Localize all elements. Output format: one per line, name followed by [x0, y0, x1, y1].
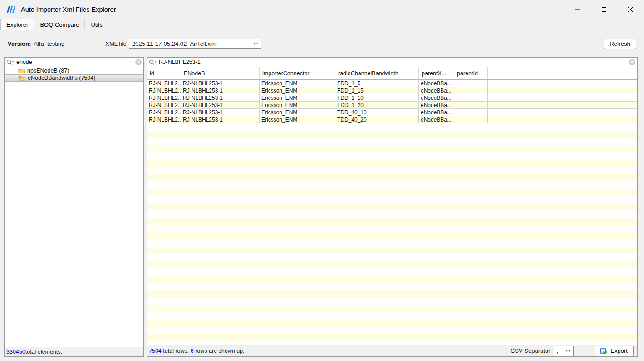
tab-boq-compare[interactable]: BOQ Compare: [34, 19, 85, 30]
app-logo-icon: [6, 5, 17, 14]
app-window: { "window": { "title": "Auto Importer Xm…: [0, 0, 644, 361]
minimize-button[interactable]: [565, 0, 591, 19]
column-header-id[interactable]: id: [147, 67, 181, 79]
table-cell[interactable]: RJ-NLBHL2...: [147, 102, 181, 108]
window-controls: [565, 0, 644, 19]
table-cell[interactable]: Ericsson_ENM: [260, 116, 335, 123]
tree-item-label: eNodeBBandwidths (7504): [28, 75, 95, 81]
column-header-parentx[interactable]: parentX...: [419, 67, 454, 79]
column-header-filler: [488, 67, 637, 79]
refresh-button[interactable]: Refresh: [604, 39, 636, 49]
table-cell[interactable]: [454, 80, 488, 87]
table-header: idENodeBimporterConnectorradioChannelBan…: [147, 67, 637, 80]
table-cell[interactable]: TDD_40_10: [335, 109, 419, 116]
export-button[interactable]: Export: [595, 346, 634, 356]
table-row[interactable]: RJ-NLBHL2...RJ-NLBHL253-1Ericsson_ENMFDD…: [147, 87, 637, 94]
search-icon[interactable]: [6, 59, 14, 65]
column-header-enodeb[interactable]: ENodeB: [181, 67, 260, 79]
table-row[interactable]: RJ-NLBHL2...RJ-NLBHL253-1Ericsson_ENMFDD…: [147, 94, 637, 102]
table-cell[interactable]: RJ-NLBHL253-1: [181, 109, 260, 116]
close-button[interactable]: [617, 0, 644, 19]
table-cell[interactable]: RJ-NLBHL2...: [147, 109, 181, 116]
csv-separator-label: CSV Separator:: [511, 347, 552, 354]
table-cell[interactable]: Ericsson_ENM: [260, 87, 335, 94]
table-cell[interactable]: RJ-NLBHL253-1: [181, 116, 260, 123]
clear-search-icon[interactable]: ✕: [629, 59, 635, 65]
xml-file-label: XML file: [105, 40, 126, 47]
table-cell-filler: [488, 109, 637, 116]
table-cell[interactable]: TDD_40_20: [335, 116, 419, 123]
table-cell[interactable]: RJ-NLBHL253-1: [181, 94, 260, 101]
table-cell[interactable]: Ericsson_ENM: [260, 102, 335, 108]
csv-separator-dropdown[interactable]: ,: [554, 346, 574, 356]
tree-panel: ✕ npsENodeB (87) eNodeBBandwidths (7504)…: [4, 57, 144, 357]
total-elements-count: 330450: [6, 349, 25, 355]
folder-icon: [18, 68, 25, 73]
table-row[interactable]: RJ-NLBHL2...RJ-NLBHL253-1Ericsson_ENMTDD…: [147, 109, 637, 116]
table-empty-area: [147, 123, 637, 345]
title-bar: Auto Importer Xml Files Explorer: [0, 0, 644, 19]
tree-item-enodebbandwidths[interactable]: eNodeBBandwidths (7504): [5, 74, 143, 82]
search-icon[interactable]: [149, 59, 157, 65]
table-cell[interactable]: eNodeBBa...: [419, 94, 454, 101]
table-cell[interactable]: RJ-NLBHL2...: [147, 80, 181, 87]
table-cell-filler: [488, 80, 637, 87]
table-cell-filler: [488, 87, 637, 94]
maximize-button[interactable]: [591, 0, 617, 19]
table-cell[interactable]: FDD_1_5: [335, 80, 419, 87]
table-cell[interactable]: eNodeBBa...: [419, 102, 454, 108]
total-rows-count: 7504: [149, 348, 162, 354]
version-label: Version:: [8, 40, 31, 47]
table-search-row: ✕: [147, 58, 637, 67]
table-cell[interactable]: RJ-NLBHL2...: [147, 116, 181, 123]
table-cell-filler: [488, 116, 637, 123]
table-cell[interactable]: [454, 87, 488, 94]
window-title: Auto Importer Xml Files Explorer: [21, 6, 116, 13]
tab-explorer[interactable]: Explorer: [0, 19, 34, 30]
version-value: Alfa_testing: [34, 40, 64, 47]
tree-status-bar: 330450 total elements.: [5, 347, 143, 356]
table-cell[interactable]: [454, 102, 488, 108]
table-cell[interactable]: eNodeBBa...: [419, 109, 454, 116]
table-row[interactable]: RJ-NLBHL2...RJ-NLBHL253-1Ericsson_ENMFDD…: [147, 102, 637, 109]
clear-search-icon[interactable]: ✕: [135, 59, 142, 65]
shown-rows-count: 6: [191, 348, 194, 354]
tree-search-input[interactable]: [16, 59, 135, 65]
table-row[interactable]: RJ-NLBHL2...RJ-NLBHL253-1Ericsson_ENMFDD…: [147, 80, 637, 87]
table-status-bar: 7504 total rows. 6 rows are shown up. CS…: [147, 345, 637, 356]
chevron-down-icon: [565, 349, 570, 352]
tab-strip: Explorer BOQ Compare Utils: [0, 19, 644, 30]
folder-icon: [19, 75, 25, 81]
table-cell[interactable]: [454, 94, 488, 101]
tree-item-label: npsENodeB (87): [27, 68, 69, 74]
tab-utils[interactable]: Utils: [85, 19, 108, 30]
table-cell[interactable]: [454, 116, 488, 123]
xml-file-dropdown[interactable]: 2025-11-17-05.24.02_AirTell.xml: [129, 39, 261, 49]
table-cell[interactable]: Ericsson_ENM: [260, 80, 335, 87]
table-row[interactable]: RJ-NLBHL2...RJ-NLBHL253-1Ericsson_ENMTDD…: [147, 116, 637, 123]
tree-search-row: ✕: [5, 58, 143, 67]
xml-file-value: 2025-11-17-05.24.02_AirTell.xml: [132, 40, 217, 47]
column-header-importerconnector[interactable]: importerConnector: [260, 67, 335, 79]
table-cell[interactable]: FDD_1_20: [335, 102, 419, 108]
table-cell[interactable]: RJ-NLBHL2...: [147, 94, 181, 101]
table-cell[interactable]: eNodeBBa...: [419, 87, 454, 94]
export-icon: [600, 348, 608, 354]
chevron-down-icon: [253, 42, 258, 45]
table-cell[interactable]: Ericsson_ENM: [260, 94, 335, 101]
tree-item-npsenodeb[interactable]: npsENodeB (87): [5, 67, 143, 74]
table-search-input[interactable]: [159, 59, 629, 65]
table-cell[interactable]: RJ-NLBHL253-1: [181, 80, 260, 87]
table-cell[interactable]: FDD_1_15: [335, 87, 419, 94]
total-elements-text: total elements.: [25, 349, 62, 355]
table-cell[interactable]: RJ-NLBHL253-1: [181, 87, 260, 94]
table-cell[interactable]: RJ-NLBHL253-1: [181, 102, 260, 108]
table-cell[interactable]: FDD_1_10: [335, 94, 419, 101]
table-cell[interactable]: [454, 109, 488, 116]
table-cell[interactable]: eNodeBBa...: [419, 80, 454, 87]
column-header-radiochannelbandwidth[interactable]: radioChannelBandwidth: [335, 67, 419, 79]
table-cell[interactable]: eNodeBBa...: [419, 116, 454, 123]
table-cell[interactable]: RJ-NLBHL2...: [147, 87, 181, 94]
table-cell[interactable]: Ericsson_ENM: [260, 109, 335, 116]
column-header-parentid[interactable]: parentId: [454, 67, 488, 79]
